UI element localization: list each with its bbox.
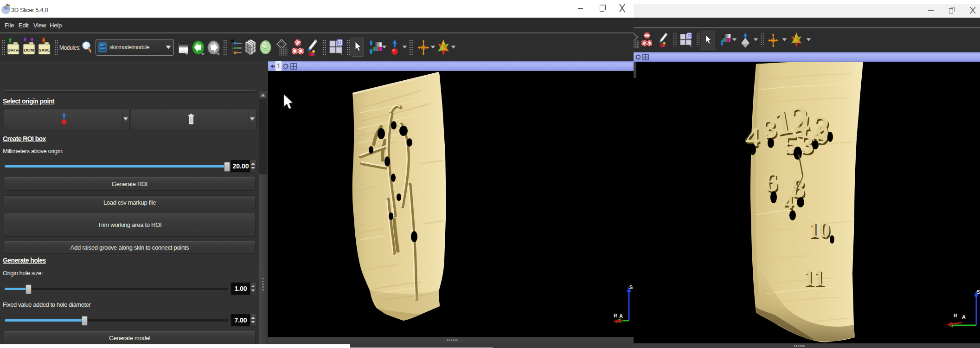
svg-text:10: 10: [807, 217, 830, 241]
svg-text:R: R: [954, 313, 957, 318]
svg-text:S: S: [977, 289, 980, 295]
svg-text:3: 3: [801, 130, 813, 158]
svg-text:R: R: [614, 313, 617, 318]
svg-text:4: 4: [783, 191, 793, 212]
svg-text:6: 6: [764, 167, 777, 197]
svg-text:SAVE: SAVE: [38, 47, 50, 52]
svg-text:A: A: [619, 313, 623, 319]
svg-text:DATA: DATA: [7, 47, 19, 52]
svg-text:S: S: [629, 284, 633, 290]
svg-text:DCM: DCM: [24, 47, 34, 52]
svg-text:11: 11: [802, 264, 824, 290]
svg-text:A: A: [962, 314, 966, 320]
